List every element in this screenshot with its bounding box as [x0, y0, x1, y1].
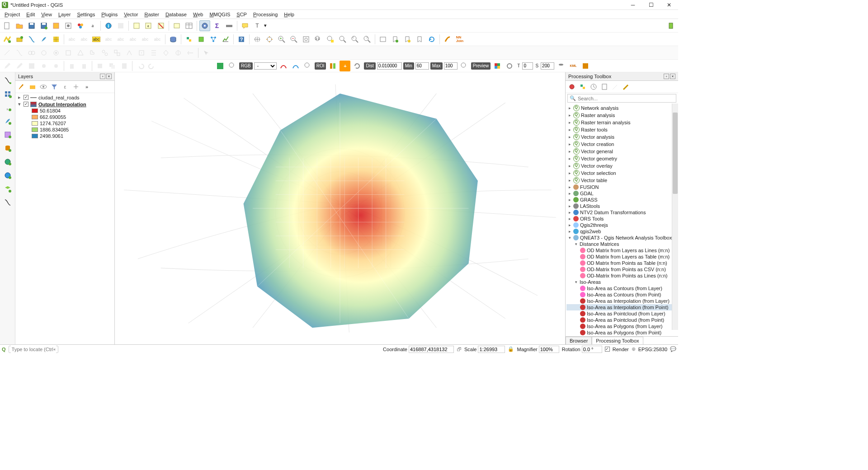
toolbox-node[interactable]: ▾Distance Matrices: [566, 241, 677, 247]
toolbox-node[interactable]: Iso-Area as Interpolation (from Layer): [566, 298, 677, 304]
v-comma-tool[interactable]: ,: [2, 102, 13, 113]
menu-settings[interactable]: Settings: [74, 11, 98, 18]
map-canvas[interactable]: [115, 72, 565, 344]
save-as-button[interactable]: [38, 20, 49, 31]
refresh-button[interactable]: [426, 34, 437, 45]
v-globe2-tool[interactable]: [2, 170, 13, 181]
toolbox-node[interactable]: ▸Qgis2threejs: [566, 222, 677, 228]
ors-button[interactable]: [442, 34, 453, 45]
layers-visibility-button[interactable]: [39, 82, 48, 91]
zoom-in-button[interactable]: [276, 34, 287, 45]
toolbox-node[interactable]: ▸Raster analysis: [566, 112, 677, 119]
legend-item[interactable]: 2498.9061: [17, 133, 113, 139]
scrollbar-thumb[interactable]: [673, 113, 678, 194]
toolbox-node[interactable]: Iso-Area as Pointcloud (from Point): [566, 317, 677, 323]
toolbox-node[interactable]: ▸LAStools: [566, 203, 677, 209]
zoom-native-button[interactable]: 1:1: [313, 34, 324, 45]
toolbox-options-button[interactable]: [622, 82, 631, 91]
toolbox-node[interactable]: ▸Raster terrain analysis: [566, 119, 677, 126]
legend-item[interactable]: 662.690055: [17, 114, 113, 120]
scp-preview-button[interactable]: [492, 61, 503, 71]
battery-icon[interactable]: [665, 20, 676, 31]
nn-join-button[interactable]: NNJoin: [454, 34, 465, 45]
layer-row-interpolation[interactable]: ▾ ✓ Output Interpolation: [17, 101, 113, 108]
toolbox-node[interactable]: Iso-Area as Contours (from Layer): [566, 285, 677, 291]
tab-browser[interactable]: Browser: [566, 337, 592, 344]
close-button[interactable]: ✕: [660, 0, 678, 10]
deselect-button[interactable]: [156, 20, 166, 31]
scp-refresh-button[interactable]: [352, 61, 363, 71]
menu-project[interactable]: Project: [2, 11, 23, 18]
toolbox-node[interactable]: Iso-Area as Pointcloud (from Layer): [566, 310, 677, 317]
menu-processing[interactable]: Processing: [250, 11, 280, 18]
legend-item[interactable]: 1274.76207: [17, 120, 113, 127]
locate-input[interactable]: [11, 346, 56, 353]
scp-kml-button[interactable]: KML: [568, 61, 579, 71]
select-button[interactable]: [131, 20, 142, 31]
open-project-button[interactable]: [14, 20, 25, 31]
scp-dist-input[interactable]: [377, 62, 402, 70]
toolbox-node[interactable]: ▾Routing: [566, 336, 677, 336]
menu-plugins[interactable]: Plugins: [99, 11, 120, 18]
identify-button[interactable]: i: [103, 20, 114, 31]
zoom-full-button[interactable]: [301, 34, 311, 45]
layers-undock-button[interactable]: ▫: [100, 74, 105, 79]
new-bookmark-button[interactable]: [390, 34, 401, 45]
toolbox-node[interactable]: Iso-Area as Polygons (from Point): [566, 329, 677, 336]
bookmarks-button[interactable]: [402, 34, 413, 45]
toolbox-node[interactable]: OD-Matrix from Points as Lines (n:n): [566, 273, 677, 279]
toolbox-node[interactable]: ▸qgis2web: [566, 228, 677, 235]
toolbox-node[interactable]: ▸Network analysis: [566, 104, 677, 112]
rotation-input[interactable]: [582, 346, 602, 353]
menu-raster[interactable]: Raster: [142, 11, 161, 18]
layers-close-button[interactable]: ×: [106, 74, 112, 79]
layers-tree[interactable]: ▸ ✓ ciudad_real_roads ▾ ✓ Output Interpo…: [15, 93, 114, 140]
statistics-button[interactable]: Σ: [212, 20, 222, 31]
layers-more-button[interactable]: »: [82, 82, 91, 91]
toolbox-results-button[interactable]: [600, 82, 609, 91]
select-value-button[interactable]: ε: [143, 20, 154, 31]
toolbox-node[interactable]: Iso-Area as Interpolation (from Point): [566, 304, 677, 310]
scp-refresh2-button[interactable]: [504, 61, 515, 71]
label-highlight-button[interactable]: abc: [91, 34, 102, 45]
v-globe-tool[interactable]: [2, 156, 13, 167]
layer-interp-checkbox[interactable]: ✓: [24, 102, 28, 107]
v-mesh-tool[interactable]: [2, 129, 13, 140]
toolbox-history-button[interactable]: [589, 82, 598, 91]
toolbox-search[interactable]: 🔍: [567, 94, 676, 103]
toolbox-search-input[interactable]: [578, 96, 674, 101]
menu-help[interactable]: Help: [281, 11, 297, 18]
map-tips-button[interactable]: [240, 20, 250, 31]
style-text-button[interactable]: a: [87, 20, 98, 31]
layers-add-group-button[interactable]: [28, 82, 37, 91]
toolbox-node[interactable]: ▸FUSION: [566, 184, 677, 190]
add-vector-button[interactable]: [2, 34, 13, 45]
measure-button[interactable]: [224, 20, 235, 31]
toolbox-node[interactable]: OD Matrix from Points as Table (n:n): [566, 260, 677, 266]
toolbox-node[interactable]: ▸Vector selection: [566, 169, 677, 177]
menu-edit[interactable]: Edit: [24, 11, 38, 18]
network-button[interactable]: [208, 34, 219, 45]
scp-input-button[interactable]: [215, 61, 226, 71]
minimize-button[interactable]: ─: [624, 0, 642, 10]
layer-row-roads[interactable]: ▸ ✓ ciudad_real_roads: [17, 94, 113, 101]
style-manager-button[interactable]: [75, 20, 86, 31]
epsg-label[interactable]: EPSG:25830: [638, 347, 667, 352]
toolbox-node[interactable]: ▸Vector table: [566, 177, 677, 184]
layers-expand-button[interactable]: [71, 82, 80, 91]
toolbox-node[interactable]: ▸Vector creation: [566, 141, 677, 148]
selection-expr-button[interactable]: [171, 20, 182, 31]
crs-icon[interactable]: ⊕: [632, 346, 636, 352]
scp-zoom2-button[interactable]: [302, 61, 313, 71]
help-button[interactable]: ?: [236, 34, 247, 45]
render-checkbox[interactable]: ✓: [605, 347, 610, 352]
layer-roads-checkbox[interactable]: ✓: [24, 95, 28, 100]
coordinate-input[interactable]: [409, 346, 454, 353]
legend-item[interactable]: 1886.834085: [17, 127, 113, 133]
python-console-button[interactable]: [184, 34, 194, 45]
scp-rgb-select[interactable]: -: [254, 62, 277, 70]
scp-a2-button[interactable]: [290, 61, 301, 71]
toolbox-node[interactable]: ▸ORS Tools: [566, 216, 677, 222]
layers-expression-button[interactable]: ε: [61, 82, 70, 91]
toolbox-node[interactable]: ▸GRASS: [566, 197, 677, 203]
